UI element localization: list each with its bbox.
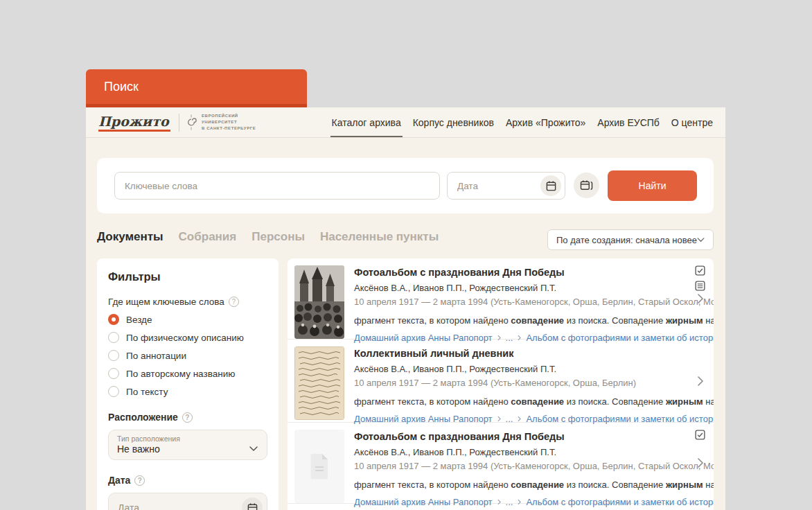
- date-filter-label: Дата ?: [108, 475, 267, 486]
- result-row-photo-album-1[interactable]: Фотоальбом с празднования Дня Победы Акс…: [288, 258, 714, 340]
- result-content: Фотоальбом с празднования Дня Победы Акс…: [354, 265, 686, 332]
- help-icon[interactable]: ?: [134, 475, 145, 486]
- result-row-photo-album-2[interactable]: Фотоальбом с празднования Дня Победы Акс…: [288, 423, 714, 504]
- result-title[interactable]: Фотоальбом с празднования Дня Победы: [354, 431, 686, 442]
- breadcrumb-link-archive[interactable]: Домашний архив Анны Рапопорт: [354, 497, 493, 507]
- search-panel: Найти: [97, 158, 714, 213]
- sort-order-value: По дате создания: сначала новее: [556, 235, 697, 245]
- result-dates-places: 10 апреля 1917 — 2 марта 1994 (Усть-Каме…: [354, 378, 686, 388]
- result-breadcrumb: Домашний архив Анны Рапопорт ... Альбом …: [354, 497, 686, 507]
- calendar-icon[interactable]: [540, 175, 561, 196]
- checked-checkbox-icon[interactable]: [695, 430, 705, 440]
- radio-option-physical-description[interactable]: По физическому описанию: [108, 332, 267, 343]
- header-divider: [179, 114, 179, 132]
- victory-day-crowd-photo: [294, 265, 344, 339]
- result-title[interactable]: Коллективный личный дневник: [354, 348, 686, 359]
- prozhito-logo-text: Прожито: [98, 114, 170, 132]
- radio-icon: [108, 368, 119, 379]
- date-filter-field[interactable]: [108, 493, 267, 510]
- radio-icon: [108, 332, 119, 343]
- result-content: Коллективный личный дневник Аксёнов В.А.…: [354, 346, 686, 415]
- location-filter-label: Расположение ?: [108, 412, 267, 423]
- chevron-down-icon: [697, 238, 705, 243]
- open-result-chevron-icon[interactable]: [698, 458, 703, 471]
- result-authors: Аксёнов В.А., Иванов П.П., Рождественски…: [354, 283, 686, 293]
- tab-settlements[interactable]: Населенные пункты: [320, 230, 439, 244]
- date-filter-input[interactable]: [109, 502, 220, 510]
- result-title[interactable]: Фотоальбом с празднования Дня Победы: [354, 267, 686, 278]
- nav-item-eu-archive[interactable]: Архив ЕУСПб: [597, 117, 660, 128]
- eu-spiral-icon: [185, 113, 197, 132]
- search-results-list: Фотоальбом с празднования Дня Победы Акс…: [288, 258, 714, 510]
- eu-logo-text: ЕВРОПЕЙСКИЙ УНИВЕРСИТЕТ В САНКТ-ПЕТЕРБУР…: [202, 113, 256, 132]
- tab-collections[interactable]: Собрания: [179, 230, 237, 244]
- radio-icon: [108, 386, 119, 397]
- handwritten-manuscript-photo: [294, 346, 344, 420]
- search-submit-button[interactable]: Найти: [608, 170, 697, 201]
- keywords-input[interactable]: [114, 172, 440, 200]
- result-snippet: фрагмент текста, в котором найдено совпа…: [354, 396, 686, 407]
- open-result-chevron-icon[interactable]: [698, 294, 703, 306]
- result-snippet: фрагмент текста, в котором найдено совпа…: [354, 315, 686, 326]
- prozhito-logo[interactable]: Прожито: [98, 114, 170, 132]
- desktop-background: Поиск Прожито ЕВРОПЕЙСКИЙ УНИВЕРСИТ: [0, 0, 812, 510]
- keywords-scope-label: Где ищем ключевые слова ?: [108, 297, 267, 307]
- radio-option-author-title[interactable]: По авторскому названию: [108, 368, 267, 379]
- open-result-chevron-icon[interactable]: [698, 376, 703, 389]
- sort-order-select[interactable]: По дате создания: сначала новее: [547, 229, 714, 250]
- radio-icon: [108, 350, 119, 361]
- result-row-collective-diary[interactable]: Коллективный личный дневник Аксёнов В.А.…: [288, 340, 714, 423]
- nav-item-prozhito-archive[interactable]: Архив «Прожито»: [506, 117, 585, 128]
- chevron-down-icon: [249, 442, 258, 455]
- calendar-range-icon: [580, 179, 593, 191]
- browser-tab-search[interactable]: Поиск: [86, 69, 307, 107]
- notes-icon[interactable]: [695, 281, 705, 291]
- tab-documents[interactable]: Документы: [97, 230, 164, 244]
- radio-option-text[interactable]: По тексту: [108, 386, 267, 397]
- european-university-logo[interactable]: ЕВРОПЕЙСКИЙ УНИВЕРСИТЕТ В САНКТ-ПЕТЕРБУР…: [185, 113, 256, 132]
- date-input[interactable]: [448, 181, 524, 191]
- tab-persons[interactable]: Персоны: [251, 230, 305, 244]
- breadcrumb-link-album[interactable]: Альбом с фотографиями и заметки об истор…: [526, 497, 714, 507]
- chevron-right-icon: [518, 499, 521, 505]
- site-header: Прожито ЕВРОПЕЙСКИЙ УНИВЕРСИТЕТ В САНКТ-…: [86, 107, 725, 138]
- help-icon[interactable]: ?: [229, 297, 239, 307]
- result-type-tabs: Документы Собрания Персоны Населенные пу…: [97, 230, 439, 244]
- nav-item-about-center[interactable]: О центре: [671, 117, 713, 128]
- location-select-value: Не важно: [117, 443, 258, 455]
- result-authors: Аксёнов В.А., Иванов П.П., Рождественски…: [354, 447, 686, 457]
- result-dates-places: 10 апреля 1917 — 2 марта 1994 (Усть-Каме…: [354, 297, 686, 307]
- main-navigation: Каталог архива Корпус дневников Архив «П…: [332, 107, 713, 138]
- radio-option-everywhere[interactable]: Везде: [108, 314, 267, 325]
- date-field[interactable]: [447, 172, 565, 200]
- result-snippet: фрагмент текста, в котором найдено совпа…: [354, 480, 686, 490]
- tab-title: Поиск: [104, 80, 139, 94]
- radio-option-annotation[interactable]: По аннотации: [108, 350, 267, 361]
- calendar-icon[interactable]: [242, 498, 263, 510]
- location-select-label: Тип расположения: [117, 434, 258, 443]
- breadcrumb-ellipsis[interactable]: ...: [506, 497, 513, 507]
- result-dates-places: 10 апреля 1917 — 2 марта 1994 (Усть-Каме…: [354, 461, 686, 471]
- result-authors: Аксёнов В.А., Иванов П.П., Рождественски…: [354, 364, 686, 374]
- nav-item-archive-catalog[interactable]: Каталог архива: [332, 117, 401, 128]
- result-flags: [695, 265, 705, 291]
- help-icon[interactable]: ?: [182, 412, 193, 423]
- date-range-button[interactable]: [574, 173, 599, 198]
- document-placeholder: [294, 430, 344, 503]
- result-content: Фотоальбом с празднования Дня Победы Акс…: [354, 430, 686, 496]
- result-flags: [695, 430, 705, 440]
- location-type-select[interactable]: Тип расположения Не важно: [108, 430, 267, 460]
- chevron-right-icon: [497, 416, 501, 422]
- nav-item-diary-corpus[interactable]: Корпус дневников: [413, 117, 494, 128]
- filters-title: Фильтры: [108, 270, 267, 283]
- chevron-right-icon: [497, 499, 501, 505]
- checked-checkbox-icon[interactable]: [695, 265, 705, 276]
- chevron-right-icon: [518, 416, 521, 422]
- prozhito-search-window: Прожито ЕВРОПЕЙСКИЙ УНИВЕРСИТЕТ В САНКТ-…: [86, 107, 725, 510]
- filters-panel: Фильтры Где ищем ключевые слова ? Везде …: [97, 258, 279, 510]
- radio-selected-icon: [108, 314, 119, 325]
